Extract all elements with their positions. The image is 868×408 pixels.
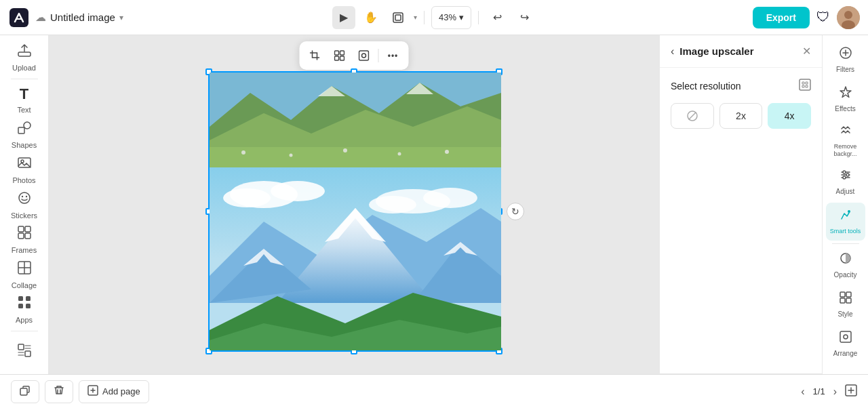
svg-rect-67: [846, 292, 851, 297]
sidebar-item-collage-label: Collage: [12, 281, 37, 289]
rtool-effects[interactable]: Effects: [826, 80, 865, 118]
bottom-image: [210, 167, 501, 350]
sidebar-item-apps[interactable]: Apps: [4, 293, 45, 327]
svg-point-62: [846, 174, 849, 176]
frame-tool-button[interactable]: [387, 6, 410, 29]
flip-button[interactable]: [353, 44, 376, 67]
svg-rect-66: [840, 292, 845, 297]
svg-rect-0: [9, 8, 28, 27]
prev-page-button[interactable]: ‹: [798, 383, 807, 401]
svg-point-36: [290, 154, 293, 157]
rtool-divider: [832, 243, 859, 244]
sidebar-item-frames[interactable]: Frames: [4, 223, 45, 257]
sidebar-item-photos[interactable]: Photos: [4, 153, 45, 187]
rtool-filters[interactable]: Filters: [826, 41, 865, 79]
rtool-smart-tools[interactable]: Smart tools: [826, 203, 865, 241]
rtool-arrange[interactable]: Arrange: [826, 325, 865, 363]
upscaler-close-button[interactable]: ✕: [802, 45, 811, 58]
rotate-handle[interactable]: ↻: [507, 203, 524, 220]
next-page-button[interactable]: ›: [831, 383, 840, 401]
svg-rect-1: [393, 13, 403, 22]
effects-icon: [839, 85, 852, 102]
back-button[interactable]: ‹: [671, 45, 674, 58]
title-chevron-icon[interactable]: ▾: [119, 13, 123, 22]
image-selection[interactable]: ↻: [208, 71, 500, 352]
hand-tool-button[interactable]: ✋: [359, 6, 382, 29]
sidebar-item-shapes[interactable]: Shapes: [4, 118, 45, 152]
text-icon: T: [20, 85, 28, 103]
upscaler-body: Select resolution: [660, 68, 822, 140]
rtool-opacity-label: Opacity: [834, 271, 857, 279]
svg-rect-34: [210, 147, 501, 167]
add-page-button[interactable]: Add page: [79, 380, 149, 403]
apps-icon: [17, 295, 32, 313]
svg-rect-24: [25, 351, 31, 356]
style-icon: [839, 291, 852, 308]
document-title[interactable]: Untitled image: [50, 12, 115, 23]
sidebar-item-upload[interactable]: Upload: [4, 41, 45, 75]
sidebar-item-more[interactable]: [4, 335, 45, 369]
divider: [424, 11, 425, 24]
upscaler-header: ‹ Image upscaler ✕: [660, 35, 822, 68]
resolution-2x-button[interactable]: 2x: [719, 103, 763, 129]
export-button[interactable]: Export: [753, 7, 810, 28]
undo-button[interactable]: ↩: [486, 6, 509, 29]
resolution-none-button[interactable]: [671, 103, 714, 129]
rtool-opacity[interactable]: Opacity: [826, 247, 865, 285]
sidebar-item-apps-label: Apps: [16, 316, 33, 324]
sidebar-item-photos-label: Photos: [12, 176, 35, 184]
resolution-4x-button[interactable]: 4x: [768, 103, 811, 129]
page-indicator: 1/1: [813, 386, 825, 396]
zoom-control[interactable]: 43% ▾: [431, 6, 471, 29]
floating-toolbar: •••: [300, 41, 409, 70]
remove-bg-icon: [839, 123, 852, 140]
svg-point-45: [223, 188, 271, 207]
expand-button[interactable]: [845, 384, 857, 399]
svg-rect-27: [335, 56, 339, 60]
sidebar-item-text-label: Text: [17, 106, 31, 114]
add-page-icon: [87, 385, 98, 398]
more-icon: [17, 343, 32, 361]
sidebar-item-collage[interactable]: Collage: [4, 258, 45, 291]
svg-rect-23: [18, 344, 24, 350]
sidebar-item-text[interactable]: T Text: [4, 83, 45, 117]
frame-chevron-icon[interactable]: ▾: [414, 14, 417, 21]
trash-icon: [54, 385, 64, 398]
collage-icon: [17, 260, 32, 279]
svg-point-48: [369, 196, 416, 213]
svg-rect-6: [18, 52, 31, 56]
app-logo[interactable]: [8, 7, 30, 28]
sidebar-divider: [11, 79, 38, 79]
crop-button[interactable]: [304, 44, 327, 67]
canvas-area: Page 1: [49, 35, 659, 374]
rtool-remove-bg[interactable]: Remove backgr...: [826, 119, 865, 162]
cloud-icon: ☁: [35, 11, 46, 24]
upscaler-panel: ‹ Image upscaler ✕ Select resolution: [660, 35, 822, 374]
select-tool-button[interactable]: ▶: [332, 6, 355, 29]
add-page-label: Add page: [102, 386, 140, 396]
rtool-filters-label: Filters: [836, 66, 854, 74]
grid-button[interactable]: [328, 44, 351, 67]
right-tools-sidebar: Filters Effects Remove backgr...: [822, 35, 868, 374]
sidebar-item-stickers-label: Stickers: [11, 211, 37, 220]
duplicate-button[interactable]: [11, 380, 39, 403]
svg-point-12: [21, 195, 22, 197]
rtool-adjust[interactable]: Adjust: [826, 163, 865, 201]
opacity-icon: [839, 251, 852, 268]
svg-rect-22: [26, 304, 31, 308]
sidebar-item-frames-label: Frames: [12, 246, 37, 254]
topbar-right: Export 🛡: [753, 6, 860, 29]
top-image: [210, 73, 501, 167]
redo-button[interactable]: ↪: [513, 6, 536, 29]
svg-rect-70: [840, 331, 851, 342]
rtool-style[interactable]: Style: [826, 286, 865, 324]
more-options-button[interactable]: •••: [382, 44, 405, 67]
svg-point-37: [343, 148, 347, 152]
adjust-icon: [839, 168, 852, 185]
svg-rect-28: [340, 56, 344, 60]
trash-button[interactable]: [45, 380, 73, 403]
duplicate-icon: [20, 385, 31, 398]
user-avatar[interactable]: [837, 6, 860, 29]
sidebar-item-stickers[interactable]: Stickers: [4, 188, 45, 222]
svg-rect-68: [840, 298, 845, 303]
